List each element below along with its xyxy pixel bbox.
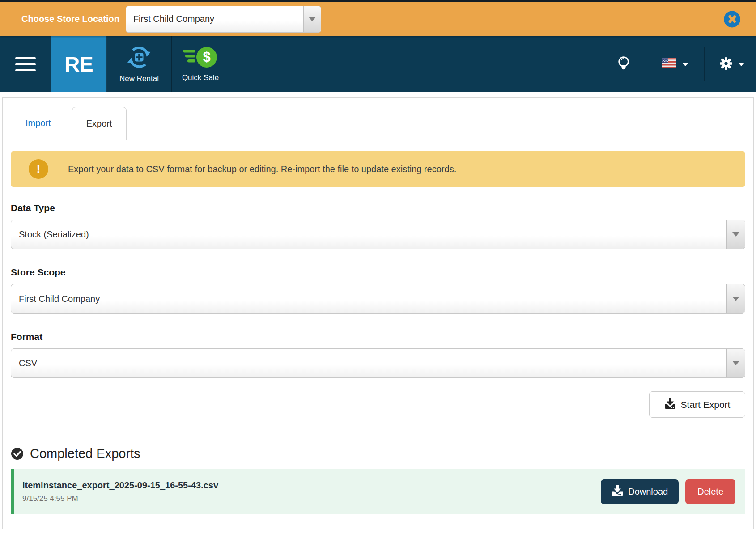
top-nav-bar: RE New Rental — [0, 36, 756, 92]
start-export-button[interactable]: Start Export — [649, 391, 745, 418]
store-location-label: Choose Store Location — [21, 14, 119, 24]
chevron-down-icon — [738, 63, 744, 66]
refresh-arrows-icon — [127, 45, 151, 72]
nav-divider — [646, 47, 646, 81]
format-label: Format — [11, 331, 745, 342]
check-circle-icon — [11, 447, 24, 460]
data-type-label: Data Type — [11, 203, 745, 213]
download-button-label: Download — [628, 487, 668, 497]
tab-import[interactable]: Import — [11, 107, 66, 140]
store-scope-select[interactable]: First Child Company — [11, 284, 745, 314]
tab-export[interactable]: Export — [72, 107, 127, 140]
data-type-select[interactable]: Stock (Serialized) — [11, 220, 745, 249]
nav-item-new-rental[interactable]: New Rental — [106, 36, 172, 92]
tab-bar: Import Export — [11, 107, 745, 140]
download-tray-icon — [664, 398, 676, 411]
hint-button[interactable] — [612, 55, 635, 73]
completed-exports-heading: Completed Exports — [11, 446, 745, 461]
export-file-info: iteminstance_export_2025-09-15_16-55-43.… — [22, 480, 218, 503]
chevron-down-icon[interactable] — [726, 220, 745, 249]
format-select[interactable]: CSV — [11, 348, 745, 378]
app-logo[interactable]: RE — [51, 36, 106, 92]
store-location-select-value: First Child Company — [133, 14, 214, 24]
export-info-alert: ! Export your data to CSV format for bac… — [11, 151, 745, 187]
nav-item-label: Quick Sale — [182, 73, 219, 82]
format-select-value: CSV — [19, 358, 37, 369]
store-scope-select-value: First Child Company — [19, 294, 100, 304]
store-location-select[interactable]: First Child Company — [126, 6, 321, 33]
download-export-button[interactable]: Download — [601, 479, 679, 504]
export-action-row: Start Export — [11, 391, 745, 418]
chevron-down-icon — [682, 63, 688, 66]
data-type-select-value: Stock (Serialized) — [19, 229, 89, 240]
us-flag-icon — [662, 58, 676, 70]
nav-spacer — [229, 36, 612, 92]
lightbulb-icon — [617, 55, 630, 73]
svg-text:$: $ — [203, 49, 210, 65]
chevron-down-icon[interactable] — [726, 284, 745, 313]
export-file-name: iteminstance_export_2025-09-15_16-55-43.… — [22, 480, 218, 491]
completed-export-row: iteminstance_export_2025-09-15_16-55-43.… — [11, 469, 745, 514]
store-scope-label: Store Scope — [11, 267, 745, 278]
store-location-banner: Choose Store Location First Child Compan… — [0, 2, 756, 36]
nav-item-label: New Rental — [119, 74, 159, 83]
hamburger-menu-button[interactable] — [0, 36, 51, 92]
hamburger-menu-icon — [15, 57, 36, 59]
close-banner-button[interactable] — [724, 11, 740, 27]
exclamation-circle-icon: ! — [29, 159, 48, 179]
nav-right-group — [612, 36, 756, 92]
completed-exports-title: Completed Exports — [30, 446, 140, 461]
chevron-down-icon[interactable] — [303, 6, 321, 32]
import-export-panel: Import Export ! Export your data to CSV … — [2, 97, 754, 529]
settings-menu-button[interactable] — [715, 57, 749, 72]
nav-divider — [704, 47, 705, 81]
export-file-timestamp: 9/15/25 4:55 PM — [22, 494, 218, 503]
gear-icon — [720, 57, 732, 72]
language-menu-button[interactable] — [657, 58, 693, 70]
start-export-label: Start Export — [681, 399, 731, 410]
download-tray-icon — [612, 485, 623, 499]
chevron-down-icon[interactable] — [726, 349, 745, 377]
dollar-circle-icon: $ — [183, 46, 218, 71]
alert-message: Export your data to CSV format for backu… — [68, 164, 456, 174]
delete-export-button[interactable]: Delete — [685, 479, 735, 504]
nav-item-quick-sale[interactable]: $ Quick Sale — [172, 36, 229, 92]
